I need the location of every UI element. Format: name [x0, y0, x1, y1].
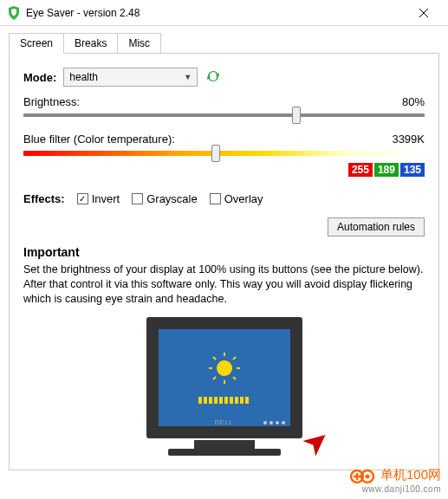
checkbox-icon: ✓: [77, 193, 88, 204]
watermark-text: 单机100网: [380, 467, 441, 482]
checkbox-icon: [132, 193, 143, 204]
overlay-label: Overlay: [224, 192, 263, 205]
tab-screen[interactable]: Screen: [9, 33, 64, 54]
svg-line-7: [213, 377, 216, 379]
rgb-display: 255 189 135: [23, 163, 425, 177]
mode-label: Mode:: [23, 71, 56, 84]
titlebar: Eye Saver - version 2.48: [0, 0, 448, 26]
important-text: Set the brightness of your display at 10…: [23, 262, 425, 307]
svg-line-5: [213, 357, 216, 360]
bluefilter-section: Blue filter (Color temperature): 3399K 2…: [23, 133, 425, 177]
important-heading: Important: [23, 245, 425, 259]
mode-value: health: [69, 71, 98, 83]
effects-label: Effects:: [23, 192, 65, 205]
overlay-checkbox[interactable]: Overlay: [210, 192, 263, 205]
window-title: Eye Saver - version 2.48: [26, 7, 406, 19]
invert-checkbox[interactable]: ✓ Invert: [77, 192, 120, 205]
bluefilter-slider[interactable]: [23, 151, 425, 156]
monitor-stand: [194, 440, 255, 449]
tabs: Screen Breaks Misc: [0, 26, 448, 54]
checkbox-icon: [210, 193, 221, 204]
refresh-button[interactable]: [206, 69, 220, 86]
automation-row: Automation rules: [23, 217, 425, 237]
chevron-down-icon: ▼: [184, 73, 192, 81]
grayscale-label: Grayscale: [146, 192, 198, 205]
sun-moon-icon: [208, 352, 241, 392]
svg-line-8: [233, 357, 236, 360]
rgb-b: 135: [400, 163, 425, 177]
brightness-label: Brightness:: [23, 95, 80, 108]
tab-content-screen: Mode: health ▼ Brightness: 80% Blue filt…: [9, 53, 439, 470]
brightness-slider[interactable]: [23, 113, 425, 117]
watermark-logo-icon: [349, 469, 375, 484]
bluefilter-value: 3399K: [392, 133, 425, 146]
bluefilter-thumb[interactable]: [211, 145, 220, 162]
close-button[interactable]: [406, 0, 441, 26]
bluefilter-label: Blue filter (Color temperature):: [23, 133, 175, 146]
monitor-buttons-icon: [263, 421, 285, 424]
invert-label: Invert: [92, 192, 120, 205]
shield-icon: [7, 6, 21, 20]
brightness-bar-icon: [198, 397, 250, 404]
monitor-screen: DELL: [146, 317, 302, 438]
monitor-illustration: DELL ➤: [23, 317, 425, 456]
svg-line-6: [233, 377, 236, 379]
brightness-thumb[interactable]: [292, 107, 301, 124]
tab-misc[interactable]: Misc: [117, 33, 161, 54]
refresh-icon: [206, 69, 220, 83]
svg-point-0: [217, 360, 232, 376]
monitor-brand: DELL: [215, 419, 234, 425]
brightness-value: 80%: [402, 95, 425, 108]
automation-button[interactable]: Automation rules: [328, 217, 425, 237]
rgb-r: 255: [348, 163, 373, 177]
watermark-url: www.danji100.com: [349, 484, 441, 494]
monitor-base: [168, 449, 281, 456]
mode-row: Mode: health ▼: [23, 68, 425, 87]
svg-point-11: [366, 475, 370, 479]
close-icon: [419, 9, 428, 17]
effects-row: Effects: ✓ Invert Grayscale Overlay: [23, 192, 425, 205]
watermark: 单机100网 www.danji100.com: [349, 467, 441, 494]
grayscale-checkbox[interactable]: Grayscale: [132, 192, 198, 205]
mode-select[interactable]: health ▼: [63, 68, 198, 87]
rgb-g: 189: [374, 163, 399, 177]
tab-breaks[interactable]: Breaks: [63, 33, 118, 54]
brightness-section: Brightness: 80%: [23, 95, 425, 117]
